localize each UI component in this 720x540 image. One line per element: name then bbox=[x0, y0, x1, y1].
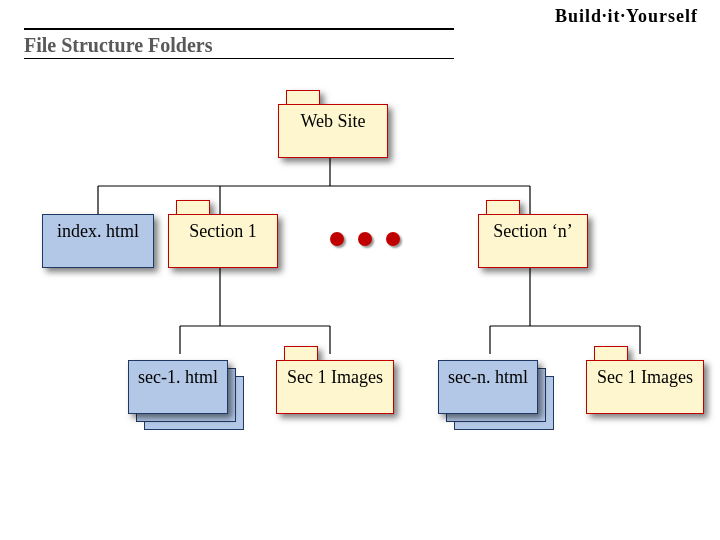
folder-tab-icon bbox=[284, 346, 318, 360]
ellipsis-dot-icon bbox=[386, 232, 400, 246]
ellipsis-dot-icon bbox=[358, 232, 372, 246]
folder-sec1-images-label: Sec 1 Images bbox=[276, 360, 394, 414]
brand-logo: Build·it·Yourself bbox=[555, 6, 698, 27]
folder-section-1: Section 1 bbox=[168, 214, 278, 268]
folder-root-label: Web Site bbox=[278, 104, 388, 158]
folder-section-n: Section ‘n’ bbox=[478, 214, 588, 268]
title-underline bbox=[24, 58, 454, 59]
file-index-label: index. html bbox=[42, 214, 154, 268]
folder-tab-icon bbox=[286, 90, 320, 104]
folder-tab-icon bbox=[176, 200, 210, 214]
file-secn-html-label: sec-n. html bbox=[438, 360, 538, 414]
folder-sec1-images: Sec 1 Images bbox=[276, 360, 394, 414]
file-index: index. html bbox=[42, 214, 154, 268]
connector-lines bbox=[0, 0, 720, 540]
folder-root: Web Site bbox=[278, 104, 388, 158]
folder-section-n-label: Section ‘n’ bbox=[478, 214, 588, 268]
folder-secn-images: Sec 1 Images bbox=[586, 360, 704, 414]
file-sec1-html: sec-1. html bbox=[128, 360, 228, 414]
logo-text: Build·it·Yourself bbox=[555, 6, 698, 26]
folder-tab-icon bbox=[486, 200, 520, 214]
page-title: File Structure Folders bbox=[24, 34, 212, 57]
file-secn-html: sec-n. html bbox=[438, 360, 538, 414]
header-rule bbox=[24, 28, 454, 30]
folder-tab-icon bbox=[594, 346, 628, 360]
folder-section-1-label: Section 1 bbox=[168, 214, 278, 268]
file-sec1-html-label: sec-1. html bbox=[128, 360, 228, 414]
ellipsis-dot-icon bbox=[330, 232, 344, 246]
folder-secn-images-label: Sec 1 Images bbox=[586, 360, 704, 414]
